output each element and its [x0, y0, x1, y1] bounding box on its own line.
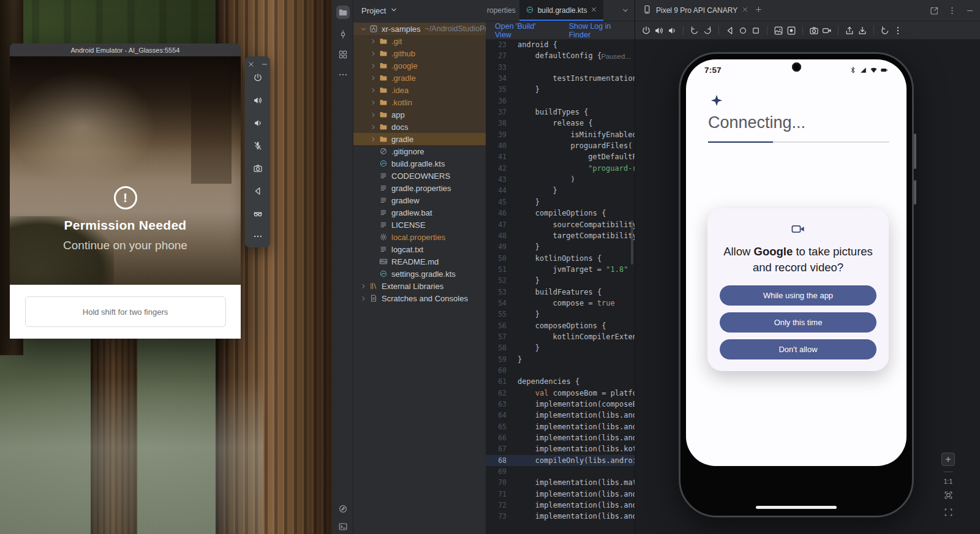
tree-item-google[interactable]: .google [353, 59, 486, 72]
tabs-dropdown-icon[interactable] [621, 0, 635, 21]
code-line[interactable]: 68compileOnly(libs.android [486, 455, 635, 466]
code-line[interactable]: 67implementation(libs.kotl [486, 443, 635, 454]
only-this-time-button[interactable]: Only this time [720, 312, 876, 333]
code-line[interactable]: 54compose = true [486, 298, 635, 309]
volume-down-icon[interactable] [253, 118, 263, 128]
code-line[interactable]: 57kotlinCompilerExtens [486, 331, 635, 342]
terminal-icon[interactable] [338, 522, 348, 532]
editor-scrollbar[interactable] [631, 220, 633, 265]
back-icon[interactable] [725, 26, 735, 36]
power-icon[interactable] [641, 26, 651, 36]
code-line[interactable]: 39isMinifyEnabled [486, 129, 635, 140]
code-line[interactable]: 61dependencies { [486, 376, 635, 387]
rotate-right-icon[interactable] [703, 26, 712, 36]
while-using-the-app-button[interactable]: While using the app [720, 285, 876, 306]
tree-item-scratches-and-consoles[interactable]: Scratches and Consoles [353, 292, 486, 304]
tree-item-github[interactable]: .github [353, 47, 486, 59]
tree-item-codeowners[interactable]: CODEOWNERS [353, 170, 486, 182]
code-line[interactable]: 63implementation(composeBo [486, 399, 635, 410]
code-line[interactable]: 55} [486, 309, 635, 320]
plus-icon[interactable] [944, 456, 952, 463]
tree-item-gradle[interactable]: gradle [353, 133, 486, 145]
code-line[interactable]: 41getDefaultPr [486, 151, 635, 162]
code-line[interactable]: 48targetCompatibility [486, 230, 635, 241]
code-line[interactable]: 35} [486, 84, 635, 95]
chevron-right-icon[interactable] [368, 86, 378, 94]
tree-item-settings-gradle-kts[interactable]: settings.gradle.kts [353, 268, 486, 280]
device-reset-icon[interactable] [880, 26, 890, 36]
tab-build-gradle-kts[interactable]: build.gradle.kts [519, 0, 604, 21]
tree-item-kotlin[interactable]: .kotlin [353, 96, 486, 108]
close-tab-icon[interactable] [590, 6, 597, 15]
chevron-down-icon[interactable] [390, 6, 398, 14]
camera-icon[interactable] [809, 26, 819, 36]
code-line[interactable]: 66implementation(libs.andr [486, 432, 635, 443]
glasses-icon[interactable] [253, 209, 263, 219]
project-panel-header[interactable]: Project [353, 0, 486, 21]
share-icon[interactable] [845, 26, 854, 36]
close-icon[interactable] [742, 6, 748, 13]
chevron-right-icon[interactable] [368, 135, 378, 143]
code-line[interactable]: 38release { [486, 118, 635, 129]
more-horizontal-icon[interactable] [338, 70, 348, 80]
code-editor[interactable]: 23android {27defaultConfig {3334testInst… [486, 39, 635, 534]
code-line[interactable]: 44} [486, 185, 635, 196]
edit-circle-icon[interactable] [338, 504, 348, 514]
chevron-right-icon[interactable] [368, 37, 378, 45]
chevron-right-icon[interactable] [368, 74, 378, 82]
tree-item-external-libraries[interactable]: External Libraries [353, 280, 486, 292]
code-line[interactable]: 56composeOptions { [486, 320, 635, 331]
camera-icon[interactable] [253, 164, 263, 173]
code-line[interactable]: 60 [486, 365, 635, 376]
tree-item-git[interactable]: .git [353, 35, 486, 47]
code-line[interactable]: 58} [486, 342, 635, 353]
camera-video-icon[interactable] [822, 26, 832, 36]
code-line[interactable]: 34testInstrumentationR [486, 73, 635, 84]
code-line[interactable]: 71implementation(libs.andr [486, 489, 635, 500]
code-line[interactable]: 49} [486, 241, 635, 252]
code-line[interactable]: 72implementation(libs.andr [486, 500, 635, 511]
chevron-right-icon[interactable] [368, 123, 378, 131]
volume-up-icon[interactable] [654, 26, 664, 36]
code-line[interactable]: 46compileOptions { [486, 208, 635, 219]
code-line[interactable]: 50kotlinOptions { [486, 253, 635, 264]
chevron-right-icon[interactable] [368, 50, 378, 58]
zoom-to-fit-icon[interactable] [944, 491, 953, 502]
tree-item-gradlew-bat[interactable]: gradlew.bat [353, 206, 486, 219]
code-line[interactable]: 69 [486, 466, 635, 477]
zoom-reset-icon[interactable] [944, 508, 953, 519]
code-line[interactable]: 43) [486, 174, 635, 185]
more-horizontal-icon[interactable] [253, 231, 263, 241]
commit-icon[interactable] [338, 29, 348, 39]
folder-icon[interactable] [336, 6, 350, 19]
minimize-icon[interactable] [965, 6, 974, 15]
open-window-icon[interactable] [930, 6, 939, 15]
code-line[interactable]: 52} [486, 275, 635, 286]
more-vertical-icon[interactable] [893, 26, 903, 36]
tree-item-idea[interactable]: .idea [353, 84, 486, 96]
code-line[interactable]: 45} [486, 197, 635, 208]
home-circle-icon[interactable] [738, 26, 748, 36]
tree-item-app[interactable]: app [353, 108, 486, 121]
tree-item-gradle-properties[interactable]: gradle.properties [353, 182, 486, 194]
tree-item-gradlew[interactable]: gradlew [353, 194, 486, 206]
tab-gradle-properties[interactable]: roperties [486, 0, 519, 21]
plus-icon[interactable] [755, 6, 763, 13]
close-device-tab-icon[interactable] [742, 6, 748, 15]
tree-item-docs[interactable]: docs [353, 121, 486, 133]
fit-screen-icon[interactable] [944, 491, 953, 500]
mic-off-icon[interactable] [253, 141, 263, 151]
dashed-box-icon[interactable] [944, 508, 953, 517]
tree-item-logcat-txt[interactable]: logcat.txt [353, 243, 486, 255]
download-icon[interactable] [858, 26, 867, 36]
minimize-icon[interactable] [261, 61, 268, 68]
open-build-view-link[interactable]: Open 'Build' View [495, 22, 554, 39]
code-line[interactable]: 53buildFeatures { [486, 287, 635, 298]
zoom-in-button[interactable] [941, 453, 955, 466]
code-line[interactable]: 40proguardFiles( [486, 140, 635, 151]
back-icon[interactable] [253, 186, 263, 196]
screen-record-icon[interactable] [786, 26, 796, 36]
more-vertical-icon[interactable] [948, 6, 957, 15]
overview-square-icon[interactable] [751, 26, 761, 36]
code-line[interactable]: 47sourceCompatibility [486, 219, 635, 230]
